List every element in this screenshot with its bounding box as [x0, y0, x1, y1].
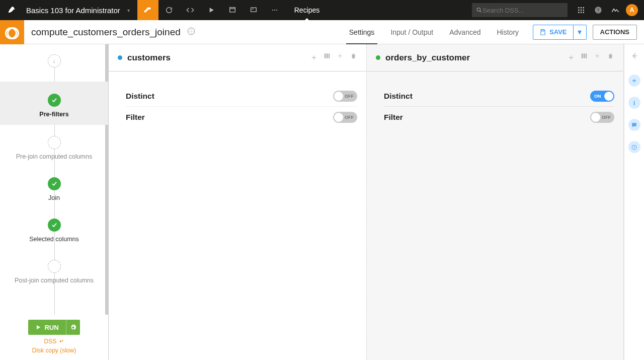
avatar[interactable]: A [626, 4, 638, 16]
svg-point-12 [578, 12, 580, 13]
panel-customers: customers ＋ Distinct OFF Filter OFF [109, 44, 366, 360]
svg-point-13 [581, 12, 582, 13]
save-icon [539, 29, 546, 36]
step-label: Pre-join computed columns [16, 153, 92, 160]
svg-point-10 [581, 10, 582, 11]
save-label: SAVE [549, 28, 567, 36]
svg-rect-27 [586, 53, 587, 58]
dataset-dot-icon [118, 55, 122, 60]
rail-comment-icon[interactable] [628, 119, 640, 131]
arrow-down-icon: ↓ [53, 58, 56, 64]
step-selected-cols[interactable]: Selected columns [0, 219, 108, 243]
setting-label: Distinct [384, 92, 413, 101]
recipe-type-icon [0, 20, 24, 44]
step-label: Pre-filters [39, 111, 68, 118]
svg-point-14 [583, 12, 584, 13]
svg-point-11 [583, 10, 584, 11]
flow-icon[interactable] [137, 0, 158, 20]
gear-icon [70, 324, 76, 331]
engine-label[interactable]: DSS [0, 338, 108, 345]
run-label: RUN [44, 324, 58, 331]
step-start[interactable]: ↓ [0, 54, 108, 67]
recipe-name: compute_customers_orders_joined [24, 27, 181, 38]
back-icon[interactable] [630, 51, 639, 62]
project-chevron-icon[interactable]: ▾ [127, 8, 132, 13]
dashboard-icon[interactable] [222, 0, 243, 20]
section-label[interactable]: Recipes [285, 0, 329, 20]
tab-history[interactable]: History [489, 20, 527, 44]
save-button[interactable]: SAVE [533, 25, 573, 40]
actions-button[interactable]: ACTIONS [593, 25, 637, 40]
distinct-toggle[interactable]: OFF [333, 91, 357, 102]
search-box[interactable] [472, 3, 568, 17]
play-icon [35, 324, 41, 330]
step-pre-filters[interactable]: Pre-filters [0, 82, 108, 125]
svg-point-4 [276, 10, 277, 11]
svg-rect-18 [542, 29, 544, 31]
save-dropdown[interactable]: ▾ [574, 25, 587, 40]
apps-icon[interactable] [573, 6, 590, 14]
panel-icon[interactable] [243, 0, 264, 20]
tabs: Settings Input / Output Advanced History [341, 20, 527, 44]
svg-point-28 [596, 55, 598, 57]
code-icon[interactable] [180, 0, 201, 20]
add-icon[interactable]: ＋ [310, 52, 318, 63]
svg-point-20 [61, 340, 63, 342]
svg-rect-22 [327, 53, 328, 58]
svg-rect-21 [325, 53, 326, 58]
steps-sidebar: ↓ Pre-filters Pre-join computed columns … [0, 44, 109, 360]
step-label: Selected columns [29, 236, 79, 243]
dataset-name: customers [127, 53, 310, 63]
help-icon[interactable]: ? [590, 6, 607, 14]
share-icon[interactable] [187, 27, 197, 38]
rail-add-icon[interactable]: ＋ [628, 75, 640, 87]
gear-icon[interactable] [336, 52, 344, 63]
setting-label: Filter [384, 113, 403, 122]
search-icon [476, 7, 482, 14]
step-postjoin-cols[interactable]: Post-join computed columns [0, 260, 108, 284]
distinct-toggle[interactable]: ON [590, 91, 614, 102]
filter-toggle[interactable]: OFF [590, 112, 614, 123]
columns-icon[interactable] [323, 52, 331, 63]
logo-icon[interactable] [0, 0, 24, 20]
right-rail: ＋ i [624, 44, 644, 360]
rail-history-icon[interactable] [628, 141, 640, 153]
add-icon[interactable]: ＋ [567, 52, 575, 63]
tab-settings[interactable]: Settings [341, 20, 383, 44]
columns-icon[interactable] [580, 52, 588, 63]
run-settings-button[interactable] [66, 320, 80, 335]
svg-point-24 [339, 55, 341, 57]
gear-icon[interactable] [593, 52, 601, 63]
step-join[interactable]: Join [0, 177, 108, 201]
panel-orders-by-customer: orders_by_customer ＋ Distinct ON Filter … [366, 44, 624, 360]
play-icon[interactable] [201, 0, 222, 20]
svg-point-19 [59, 340, 61, 342]
svg-rect-1 [251, 8, 256, 12]
tab-input-output[interactable]: Input / Output [382, 20, 441, 44]
engine-note: Disk copy (slow) [0, 347, 108, 354]
svg-point-7 [581, 7, 582, 9]
cycle-icon[interactable] [158, 0, 180, 20]
svg-point-6 [578, 7, 580, 9]
search-input[interactable] [482, 7, 564, 14]
svg-text:?: ? [597, 8, 600, 13]
svg-point-2 [272, 10, 273, 11]
svg-rect-0 [229, 8, 235, 12]
more-icon[interactable] [264, 0, 285, 20]
step-label: Join [48, 194, 60, 201]
run-button[interactable]: RUN [28, 320, 65, 335]
svg-rect-23 [329, 53, 330, 58]
check-icon [48, 177, 61, 190]
project-name[interactable]: Basics 103 for Administrator [24, 6, 127, 15]
svg-rect-25 [582, 53, 583, 58]
filter-toggle[interactable]: OFF [333, 112, 357, 123]
trash-icon[interactable] [606, 52, 614, 63]
trash-icon[interactable] [349, 52, 357, 63]
check-icon [48, 94, 61, 107]
activity-icon[interactable] [607, 6, 624, 15]
tab-advanced[interactable]: Advanced [441, 20, 489, 44]
step-prejoin-cols[interactable]: Pre-join computed columns [0, 136, 108, 160]
rail-info-icon[interactable]: i [628, 97, 640, 109]
setting-label: Filter [126, 113, 145, 122]
svg-point-5 [477, 8, 480, 11]
